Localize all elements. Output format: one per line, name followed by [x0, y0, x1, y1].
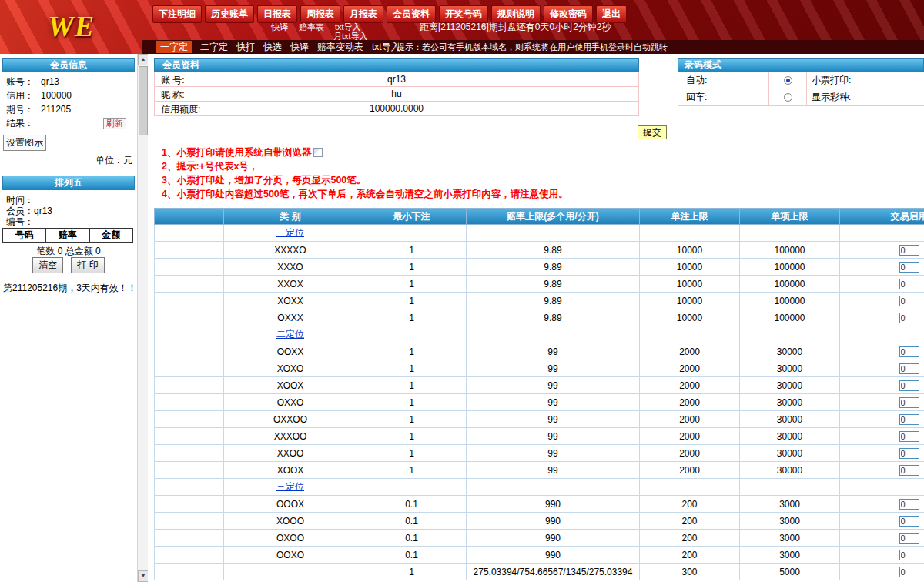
odds-cell: 3000 [740, 496, 840, 513]
category-section-link[interactable]: 一定位 [276, 227, 304, 238]
subnav-tab[interactable]: 二字定 [200, 41, 228, 54]
nav-button[interactable]: 下注明细 [152, 5, 202, 23]
entry-mode-panel: 自动:小票打印:回车:显示彩种: [678, 72, 924, 119]
odds-table-row: XXXOO199200030000 [155, 428, 924, 445]
category-section-link[interactable]: 三定位 [276, 481, 304, 492]
odds-cell: 990 [467, 496, 640, 513]
info-value: 100000 [41, 90, 72, 101]
odds-cell: 1 [357, 445, 467, 462]
submit-button[interactable]: 提交 [638, 125, 667, 139]
main-content: 会员资料 账 号:qr13昵 称:hu信用额度:100000.0000 录码模式… [148, 54, 924, 582]
odds-cell: 9.89 [467, 309, 640, 326]
odds-cell [840, 242, 924, 259]
clear-button[interactable]: 清空 [32, 257, 63, 273]
sidebar-scrollbar[interactable]: ▲ ▼ [137, 54, 148, 582]
row-value-input[interactable] [899, 567, 919, 577]
odds-cell: 2000 [640, 411, 740, 428]
countdown-text: 距离[211205216]期封盘还有0天0小时2分钟2秒 [420, 21, 611, 34]
info-label: 结果： [6, 117, 41, 130]
member-info-row: 期号：211205 [0, 102, 137, 116]
row-value-input[interactable] [899, 448, 919, 459]
row-value-input[interactable] [899, 414, 919, 425]
profile-label: 账 号: [161, 74, 185, 87]
odds-cell: 99 [467, 462, 640, 479]
odds-cell: 275.03394/754.66567/1345/275.03394 [467, 564, 640, 580]
row-value-input[interactable] [899, 245, 919, 256]
member-info-rows: 账号：qr13信用：100000期号：211205结果：刷新 [0, 75, 137, 130]
row-value-input[interactable] [899, 380, 919, 391]
odds-cell: 30000 [740, 377, 840, 394]
mode-right-label: 显示彩种: [807, 91, 851, 104]
subnav-tab[interactable]: 一字定 [156, 41, 192, 53]
odds-cell [840, 343, 924, 360]
mode-radio[interactable] [784, 76, 792, 85]
subnav-tab[interactable]: 快打 [236, 41, 255, 54]
odds-cell [840, 530, 924, 547]
odds-cell [155, 428, 224, 445]
subnav-tab[interactable]: 快选 [263, 41, 282, 54]
row-value-input[interactable] [899, 431, 919, 442]
image-placeholder-icon [313, 148, 323, 157]
category-section-link[interactable]: 二定位 [276, 329, 304, 340]
info-value: qr13 [41, 76, 59, 87]
row-value-input[interactable] [899, 516, 919, 527]
odds-cell: 1 [357, 293, 467, 309]
odds-column-header: 单注上限 [640, 209, 740, 225]
odds-cell: 1 [357, 360, 467, 377]
odds-cell: 10000 [640, 276, 740, 293]
set-icon-button[interactable]: 设置图示 [3, 135, 46, 151]
bet-column-header: 号码 [3, 229, 46, 242]
row-value-input[interactable] [899, 397, 919, 408]
odds-cell: 99 [467, 411, 640, 428]
banner-link[interactable]: 赔率表 [299, 22, 324, 33]
odds-cell: 9.89 [467, 293, 640, 309]
nav-button[interactable]: 历史账单 [205, 5, 254, 23]
odds-cell [155, 479, 224, 496]
nav-button[interactable]: 日报表 [257, 5, 297, 23]
odds-cell: 1 [357, 343, 467, 360]
banner-link[interactable]: 快译 [271, 22, 288, 33]
odds-cell: 30000 [740, 343, 840, 360]
odds-cell: 0.1 [357, 547, 467, 564]
row-value-input[interactable] [899, 346, 919, 357]
mode-row: 自动:小票打印: [678, 72, 924, 89]
odds-cell [155, 309, 224, 326]
odds-cell [840, 496, 924, 513]
odds-table-row: XXOX19.8910000100000 [155, 276, 924, 293]
odds-cell [155, 530, 224, 547]
refresh-button[interactable]: 刷新 [103, 118, 126, 129]
odds-cell: 10000 [640, 242, 740, 259]
subnav-tab[interactable]: 赔率变动表 [317, 41, 363, 54]
odds-table-row: XXOO199200030000 [155, 445, 924, 462]
scrollbar-thumb[interactable] [139, 66, 148, 135]
row-value-input[interactable] [899, 499, 919, 510]
odds-cell: OOXX [224, 343, 357, 360]
odds-cell: 9.89 [467, 276, 640, 293]
odds-cell: 990 [467, 513, 640, 530]
mode-radio[interactable] [784, 93, 792, 102]
subnav-bar: 一字定二字定快打快选快译赔率变动表txt导入 提示：若公司有手机版本域名，则系统… [142, 40, 924, 54]
odds-cell: 99 [467, 343, 640, 360]
nav-button[interactable]: 月报表 [343, 5, 383, 23]
odds-cell: 2000 [640, 462, 740, 479]
odds-cell: 200 [640, 547, 740, 564]
unit-text: 单位：元 [95, 154, 132, 167]
nav-button[interactable]: 周报表 [300, 5, 340, 23]
row-value-input[interactable] [899, 363, 919, 374]
row-value-input[interactable] [899, 296, 919, 306]
mode-label: 自动: [678, 74, 768, 87]
odds-cell: XOXO [224, 360, 357, 377]
scroll-down-icon[interactable]: ▼ [138, 570, 149, 582]
print-button[interactable]: 打 印 [71, 257, 104, 273]
subnav-tab[interactable]: 快译 [290, 41, 309, 54]
row-value-input[interactable] [899, 262, 919, 273]
odds-cell: 2000 [640, 343, 740, 360]
row-value-input[interactable] [899, 465, 919, 476]
row-value-input[interactable] [899, 533, 919, 544]
odds-cell: XXXOO [224, 428, 357, 445]
row-value-input[interactable] [899, 313, 919, 323]
scroll-up-icon[interactable]: ▲ [138, 54, 149, 65]
row-value-input[interactable] [899, 279, 919, 289]
row-value-input[interactable] [899, 550, 919, 560]
odds-cell: 1 [357, 242, 467, 259]
